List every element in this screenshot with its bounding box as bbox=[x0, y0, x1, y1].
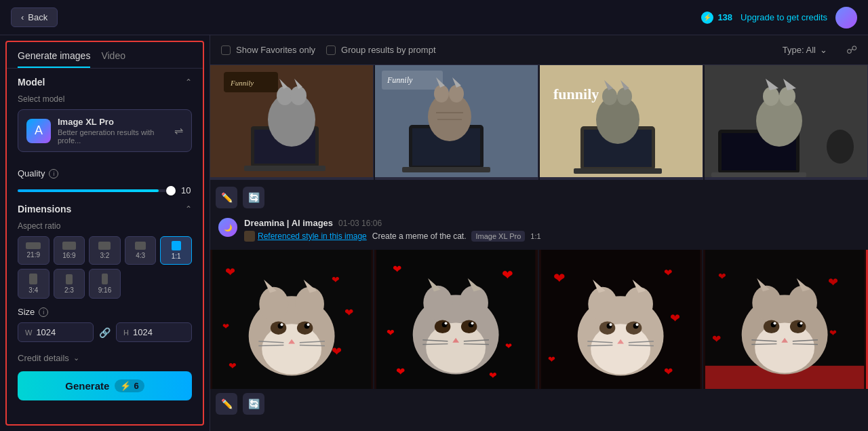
width-value: 1024 bbox=[36, 327, 86, 337]
save-icon[interactable]: ☍ bbox=[846, 43, 857, 56]
svg-point-127 bbox=[755, 322, 814, 373]
aspect-preview-9-16 bbox=[102, 274, 108, 284]
cat-heart-image-4[interactable]: ❤ ❤ ❤ ❤ ❤ bbox=[703, 250, 868, 389]
aspect-btn-21-9[interactable]: 21:9 bbox=[18, 236, 50, 265]
dimensions-header: Dimensions ⌃ bbox=[18, 204, 192, 214]
svg-point-85 bbox=[445, 322, 448, 324]
model-switch-icon[interactable]: ⇌ bbox=[174, 124, 183, 137]
cat-heart-image-row: ❤ ❤ ❤ ❤ ❤ ❤ bbox=[210, 250, 868, 389]
image-block-2[interactable]: Funnily bbox=[375, 65, 538, 180]
svg-text:❤: ❤ bbox=[387, 328, 395, 338]
model-section: Model ⌃ Select model A Image XL Pro Bett… bbox=[7, 69, 203, 160]
edit-button-2[interactable]: ✏️ bbox=[216, 393, 237, 415]
svg-point-30 bbox=[602, 88, 617, 105]
aspect-btn-16-9[interactable]: 16:9 bbox=[54, 236, 85, 265]
show-favorites-checkbox[interactable] bbox=[221, 45, 231, 55]
cat-heart-svg-2: ❤ ❤ ❤ ❤ ❤ ❤ bbox=[374, 250, 537, 389]
height-label: H bbox=[123, 329, 129, 337]
size-inputs: W 1024 🔗 H 1024 bbox=[18, 322, 192, 342]
aspect-btn-3-2[interactable]: 3:2 bbox=[89, 236, 121, 265]
link-icon: 🔗 bbox=[99, 327, 111, 338]
svg-point-86 bbox=[471, 322, 474, 324]
back-label: Back bbox=[28, 12, 47, 22]
svg-text:❤: ❤ bbox=[393, 263, 402, 275]
svg-text:funnily: funnily bbox=[553, 86, 599, 102]
ref-style-link[interactable]: Referenced style in this image bbox=[258, 231, 367, 241]
svg-point-52 bbox=[259, 287, 288, 322]
svg-point-58 bbox=[297, 321, 313, 335]
aspect-btn-1-1[interactable]: 1:1 bbox=[160, 236, 192, 265]
svg-point-128 bbox=[764, 320, 779, 333]
image-block-4[interactable] bbox=[705, 65, 868, 180]
avatar[interactable] bbox=[835, 7, 857, 29]
cat-heart-image-3[interactable]: ❤ ❤ ❤ ❤ ❤ bbox=[539, 250, 702, 389]
aspect-preview-21-9 bbox=[26, 242, 41, 249]
select-model-label: Select model bbox=[18, 94, 192, 104]
generate-button[interactable]: Generate ⚡ 6 bbox=[18, 371, 192, 400]
svg-point-103 bbox=[591, 324, 650, 374]
quality-slider[interactable] bbox=[18, 189, 174, 192]
aspect-btn-3-4[interactable]: 3:4 bbox=[18, 269, 50, 299]
message-time: 01-03 16:06 bbox=[338, 219, 382, 228]
credits-icon: ⚡ bbox=[701, 12, 713, 24]
cat-heart-image-2[interactable]: ❤ ❤ ❤ ❤ ❤ ❤ bbox=[374, 250, 537, 389]
back-button[interactable]: ‹ Back bbox=[11, 7, 58, 27]
show-favorites-toggle[interactable]: Show Favorites only bbox=[221, 45, 315, 55]
model-chevron-icon[interactable]: ⌃ bbox=[185, 77, 192, 87]
dimensions-chevron-icon[interactable]: ⌃ bbox=[185, 204, 192, 214]
svg-point-57 bbox=[271, 321, 286, 335]
svg-line-138 bbox=[793, 344, 818, 345]
svg-line-114 bbox=[628, 345, 653, 346]
svg-text:❤: ❤ bbox=[502, 267, 514, 282]
svg-line-136 bbox=[751, 344, 776, 345]
svg-text:❤: ❤ bbox=[547, 355, 555, 364]
svg-point-38 bbox=[756, 95, 802, 147]
aspect-btn-9-16[interactable]: 9:16 bbox=[89, 269, 121, 299]
quality-header: Quality i bbox=[18, 168, 192, 179]
svg-line-91 bbox=[464, 344, 489, 345]
height-value: 1024 bbox=[133, 327, 184, 337]
refresh-button-2[interactable]: 🔄 bbox=[243, 393, 264, 415]
show-favorites-label: Show Favorites only bbox=[236, 45, 315, 55]
aspect-btn-2-3[interactable]: 2:3 bbox=[54, 269, 85, 299]
quality-section: Quality i 10 bbox=[7, 160, 203, 204]
image-block-1[interactable]: Funnily bbox=[210, 65, 374, 180]
message-header: Dreamina | AI images 01-03 16:06 bbox=[244, 218, 860, 228]
topbar: ‹ Back ⚡ 138 Upgrade to get credits bbox=[0, 0, 868, 35]
model-icon: A bbox=[26, 119, 51, 143]
aspect-btn-4-3[interactable]: 4:3 bbox=[125, 236, 157, 265]
lightning-icon: ⚡ bbox=[120, 381, 131, 391]
width-label: W bbox=[25, 329, 32, 337]
upgrade-button[interactable]: Upgrade to get credits bbox=[741, 12, 827, 22]
quality-value: 10 bbox=[181, 185, 192, 195]
credits-badge: ⚡ 138 bbox=[701, 12, 732, 24]
size-label: Size bbox=[18, 307, 35, 317]
content-scroll[interactable]: Funnily bbox=[210, 65, 868, 431]
group-results-toggle[interactable]: Group results by prompt bbox=[326, 45, 435, 55]
type-dropdown[interactable]: Type: All ⌄ bbox=[783, 45, 827, 55]
panel-tabs: Generate images Video bbox=[7, 42, 203, 69]
credit-details[interactable]: Credit details ⌄ bbox=[7, 348, 203, 369]
svg-point-123 bbox=[752, 286, 781, 320]
size-header: Size i bbox=[18, 307, 192, 317]
refresh-button-1[interactable]: 🔄 bbox=[243, 187, 264, 208]
svg-text:❤: ❤ bbox=[332, 275, 340, 285]
model-section-header: Model ⌃ bbox=[18, 77, 192, 88]
svg-point-108 bbox=[609, 323, 612, 326]
cat-laptop-image-1: Funnily bbox=[210, 65, 373, 177]
main-layout: Generate images Video Model ⌃ Select mod… bbox=[0, 35, 868, 431]
topbar-right: ⚡ 138 Upgrade to get credits bbox=[701, 7, 857, 29]
group-results-checkbox[interactable] bbox=[326, 45, 336, 55]
model-card[interactable]: A Image XL Pro Better generation results… bbox=[18, 109, 192, 152]
cat-heart-image-1[interactable]: ❤ ❤ ❤ ❤ ❤ ❤ bbox=[210, 250, 373, 389]
tab-generate-images[interactable]: Generate images bbox=[18, 50, 90, 68]
model-info: Image XL Pro Better generation results w… bbox=[58, 117, 167, 145]
dimensions-title: Dimensions bbox=[18, 204, 71, 214]
edit-button-1[interactable]: ✏️ bbox=[216, 187, 237, 208]
topbar-left: ‹ Back bbox=[11, 7, 58, 27]
tab-video[interactable]: Video bbox=[101, 50, 125, 68]
generate-label: Generate bbox=[65, 380, 109, 392]
message-author: Dreamina | AI images bbox=[244, 218, 333, 228]
image-block-3[interactable]: funnily bbox=[540, 65, 703, 180]
svg-point-18 bbox=[434, 85, 449, 102]
